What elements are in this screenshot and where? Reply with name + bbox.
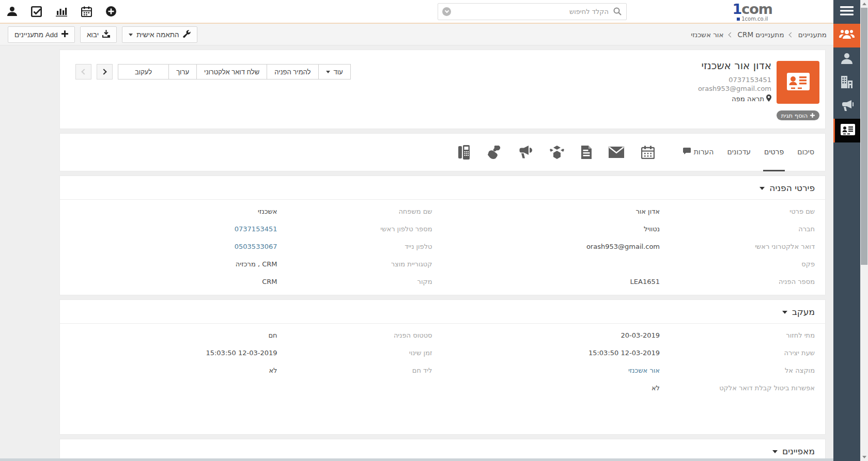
- reports-icon[interactable]: [56, 6, 67, 17]
- breadcrumb-leads-crm[interactable]: מתעניינים CRM: [738, 30, 784, 39]
- add-icon[interactable]: [106, 6, 116, 17]
- field-row: מוקצה אלאור אשכנזיליד חםלא: [60, 362, 825, 379]
- tab-notes-icon[interactable]: [581, 146, 592, 159]
- plus-icon: [61, 30, 68, 39]
- field: שם משפחהאשכנזי: [60, 203, 443, 220]
- section-followup: מעקב מתי לחזור20-03-2019סטטוס הפניהחםשעת…: [59, 299, 826, 435]
- field-label: מקור: [277, 278, 432, 285]
- collapse-caret-icon: [782, 311, 787, 314]
- field-value: נטוויל: [453, 225, 660, 233]
- breadcrumb-current: אור אשכנזי: [691, 30, 723, 39]
- leads-group-icon: [839, 28, 855, 43]
- menu-icon: [840, 6, 854, 18]
- field-value[interactable]: 0503533067: [70, 243, 277, 251]
- show-map-link[interactable]: תראה מפה: [698, 94, 771, 103]
- field: מוקצה אלאור אשכנזי: [443, 362, 826, 379]
- field-label: חברה: [660, 225, 815, 233]
- add-lead-button[interactable]: Add מתעניינים: [8, 26, 75, 43]
- app-sidebar: [833, 0, 860, 461]
- sidebar-item-lead-card[interactable]: [833, 119, 860, 142]
- sidebar-item-contacts[interactable]: [833, 47, 860, 71]
- edit-button[interactable]: ערוך: [169, 64, 197, 80]
- field-row: מספר הפניהLEA1651מקורCRM: [60, 273, 825, 291]
- field-label: מספר הפניה: [660, 278, 815, 285]
- scrollbar-thumb[interactable]: [861, 8, 867, 265]
- sidebar-item-campaigns[interactable]: [833, 95, 860, 119]
- field-label: מתי לחזור: [660, 331, 815, 339]
- field-label: זמן שינוי: [277, 349, 432, 357]
- sidebar-item-accounts[interactable]: [833, 71, 860, 95]
- field-row: אפשרות ביטול קבלת דואר אלקטלא: [60, 379, 825, 397]
- tab-service-icon[interactable]: [487, 146, 501, 160]
- search-icon[interactable]: [613, 7, 622, 18]
- field: פקס: [443, 256, 826, 273]
- field-value: לא: [70, 367, 277, 375]
- add-tag-button[interactable]: הוסף תגית: [777, 110, 819, 120]
- field-label: שם פרטי: [660, 208, 815, 215]
- section-header[interactable]: פירטי הפניה: [60, 176, 825, 200]
- tab-updates[interactable]: עדכונים: [726, 133, 752, 171]
- field-row: פקסקטגוריית מוצרמרכזיה , CRM: [60, 256, 825, 273]
- chevron-down-icon: [129, 34, 133, 36]
- field: מקורCRM: [60, 273, 443, 291]
- section-header[interactable]: מאפיינים: [60, 439, 825, 461]
- lead-phone: 0737153451: [698, 75, 771, 84]
- contact-card-icon: [841, 124, 855, 137]
- tab-calendar-icon[interactable]: [641, 146, 655, 159]
- collapse-caret-icon: [760, 187, 765, 190]
- more-button[interactable]: עוד: [319, 64, 351, 80]
- breadcrumb-separator-icon: [788, 32, 794, 37]
- tab-phone-icon[interactable]: [458, 145, 470, 160]
- field-row: שעת יצירה15:03:50 12-03-2019זמן שינוי15:…: [60, 344, 825, 362]
- previous-record-button[interactable]: [75, 64, 91, 80]
- field-row: דואר אלקטרוני ראשיorash953@gmail.comטלפו…: [60, 238, 825, 256]
- field-value[interactable]: אור אשכנזי: [453, 367, 660, 375]
- section-header[interactable]: מעקב: [60, 300, 825, 324]
- field-label: שעת יצירה: [660, 349, 815, 357]
- record-tabs: סיכום פרטים עדכונים הערות: [59, 133, 826, 171]
- field: מספר הפניהLEA1651: [443, 273, 826, 291]
- tab-summary[interactable]: סיכום: [796, 133, 815, 171]
- user-icon[interactable]: [7, 6, 17, 17]
- send-email-button[interactable]: שלח דואר אלקטרוני: [197, 64, 267, 80]
- sidebar-item-leads[interactable]: [833, 24, 860, 47]
- customize-button[interactable]: התאמה אישית: [122, 26, 197, 43]
- tab-products-icon[interactable]: [550, 146, 564, 159]
- field-label: ליד חם: [277, 367, 432, 374]
- next-record-button[interactable]: [97, 64, 113, 80]
- avatar: [777, 61, 819, 104]
- field: חברהנטוויל: [443, 220, 826, 238]
- field-row: חברהנטווילמספר טלפון ראשי0737153451: [60, 220, 825, 238]
- collapse-caret-icon: [772, 450, 778, 453]
- wrench-icon: [183, 30, 191, 39]
- field-value[interactable]: 0737153451: [70, 225, 277, 233]
- follow-button[interactable]: לעקוב: [118, 64, 169, 80]
- tab-notes[interactable]: הערות: [682, 133, 715, 171]
- tab-details[interactable]: פרטים: [763, 133, 785, 171]
- horizontal-scrollbar[interactable]: [0, 458, 833, 461]
- field-value: orash953@gmail.com: [453, 243, 660, 251]
- field: סטטוס הפניהחם: [60, 327, 443, 344]
- vertical-scrollbar[interactable]: [860, 0, 868, 461]
- scroll-down-button[interactable]: [860, 453, 868, 461]
- campaigns-icon: [840, 100, 854, 114]
- search-scope-dropdown-icon[interactable]: [442, 7, 451, 16]
- field-value: חם: [70, 331, 277, 340]
- lead-name: אדון אור אשכנזי: [698, 59, 771, 72]
- section-title: פירטי הפניה: [769, 183, 815, 193]
- top-bar: 1com 1com.co.il: [0, 0, 833, 24]
- field-value: CRM: [70, 278, 277, 286]
- search-input[interactable]: [438, 3, 627, 20]
- convert-lead-button[interactable]: להמיר הפניה: [267, 64, 318, 80]
- field: קטגוריית מוצרמרכזיה , CRM: [60, 256, 443, 273]
- tab-envelope-icon[interactable]: [609, 147, 624, 158]
- menu-button[interactable]: [833, 0, 860, 24]
- import-button[interactable]: יבוא: [80, 26, 117, 43]
- breadcrumb-leads[interactable]: מתעניינים: [798, 30, 827, 39]
- tab-campaigns-icon[interactable]: [518, 146, 533, 159]
- field-value: אשכנזי: [70, 208, 277, 216]
- scroll-up-button[interactable]: [860, 0, 868, 8]
- tasks-icon[interactable]: [31, 6, 42, 17]
- field-value: מרכזיה , CRM: [70, 260, 277, 268]
- calendar-icon[interactable]: [81, 6, 92, 17]
